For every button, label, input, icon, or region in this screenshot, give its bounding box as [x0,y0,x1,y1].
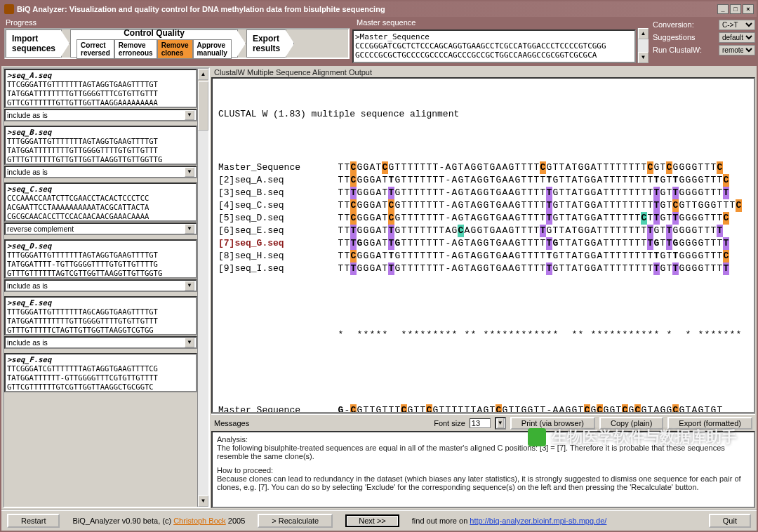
step-export[interactable]: Export results [246,29,286,58]
titlebar: BiQ Analyzer: Visualization and quality … [1,1,757,17]
seq-action-select[interactable]: include as is▼ [4,166,197,178]
seq-action-select[interactable]: reverse complement▼ [4,222,197,235]
fontsize-input[interactable] [470,418,491,428]
messages-toolbar: Messages Font size ▼ Print (via browser)… [211,413,755,431]
clustalw-select[interactable]: remote [719,45,755,55]
conversion-select[interactable]: C->T [719,20,755,30]
options-panel: Conversion:C->T Suggestionsdefault Run C… [651,17,757,66]
alignment-output[interactable]: CLUSTAL W (1.83) multiple sequence align… [211,77,755,413]
substep-approve[interactable]: Approvemanually [193,39,232,59]
master-scrollbar[interactable]: ▲▼ [637,28,649,63]
wizard-steps: Import sequences Control Quality Correct… [4,28,350,59]
homepage-link[interactable]: http://biq-analyzer.bioinf.mpi-sb.mpg.de… [470,517,606,525]
bottom-bar: Restart BiQ_Analyzer v0.90 beta, (c) Chr… [1,510,757,531]
seq-action-select[interactable]: include as is▼ [4,109,197,121]
maximize-button[interactable]: □ [730,4,741,14]
substep-remove[interactable]: Removeerroneous [114,39,157,59]
recalculate-button[interactable]: > Recalculate [258,514,333,528]
messages-box[interactable]: Analysis:The following bisulphite-treate… [211,431,755,508]
step-control-quality: Control Quality CorrectreversedRemoveerr… [70,29,238,58]
seqlist-scrollbar[interactable]: ▲▼ [197,69,208,507]
minimize-button[interactable]: _ [717,4,729,14]
master-seq-textarea[interactable]: >Master_Sequence CCCGGGATCGCTCTCCCAGCAGG… [352,29,636,63]
quit-button[interactable]: Quit [709,514,751,528]
seq-text[interactable]: >seq_D.seqTTTGGGATTGTTTTTTTAGTAGGTGAAGTT… [4,239,197,279]
sequence-list: >seq_A.seqTTCGGGATTGTTTTTTTAGTAGGTGAAGTT… [4,69,197,507]
alignment-title: ClustalW Multiple Sequence Alignment Out… [211,67,755,77]
seq-action-select[interactable]: include as is▼ [4,336,197,349]
credits: BiQ_Analyzer v0.90 beta, (c) Christoph B… [72,517,245,525]
seq-action-select[interactable]: include as is▼ [4,279,197,292]
substep-correct[interactable]: Correctreversed [77,39,114,59]
seq-text[interactable]: >seq_E.seqTTTGGGATTGTTTTTTTAGCAGGTGAAGTT… [4,296,197,335]
copy-button[interactable]: Copy (plain) [599,417,663,430]
print-button[interactable]: Print (via browser) [510,417,595,430]
export-button[interactable]: Export (formatted) [667,417,752,430]
author-link[interactable]: Christoph Bock [173,517,226,525]
window-title: BiQ Analyzer: Visualization and quality … [17,5,385,13]
seq-text[interactable]: >seq_C.seqCCCAAACCAATCTTCGAACCTACACTCCCT… [4,182,197,222]
master-seq-label: Master sequence [352,17,649,28]
next-button[interactable]: Next >> [345,514,399,527]
substep-remove[interactable]: Removeclones [157,39,193,59]
progress-label: Progress [1,17,352,28]
close-button[interactable]: × [743,4,754,14]
seq-text[interactable]: >seq_F.seqTTCGGGATCGTTTTTTTAGTAGGTGAAGTT… [4,353,197,392]
suggestions-select[interactable]: default [719,32,755,43]
step-import[interactable]: Import sequences [6,29,62,58]
java-icon [4,4,14,14]
fontsize-dropdown[interactable]: ▼ [495,417,506,430]
seq-text[interactable]: >seq_B.seqTTTGGGATTGTTTTTTTAGTAGGTGAAGTT… [4,126,197,165]
restart-button[interactable]: Restart [7,514,60,528]
seq-text[interactable]: >seq_A.seqTTCGGGATTGTTTTTTTAGTAGGTGAAGTT… [4,69,197,108]
